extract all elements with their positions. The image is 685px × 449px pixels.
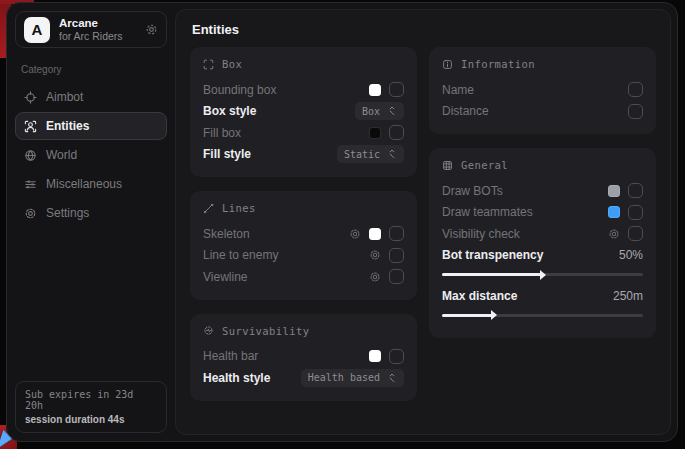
sidebar-item-settings[interactable]: Settings [15, 199, 167, 227]
slash-icon [203, 203, 214, 214]
setting-row: Health styleHealth based [203, 367, 404, 389]
checkbox[interactable] [628, 104, 643, 119]
slider-thumb[interactable] [540, 270, 546, 280]
config-gear-icon[interactable] [608, 228, 620, 240]
sidebar-item-entities[interactable]: Entities [15, 112, 167, 140]
category-label: Category [21, 64, 161, 75]
main-content: Entities BoxBounding boxBox styleBoxFill… [175, 9, 671, 435]
setting-label: Fill style [203, 147, 251, 161]
config-gear-icon[interactable] [369, 249, 381, 261]
checkbox[interactable] [389, 248, 404, 263]
select-value: Health based [308, 372, 380, 383]
setting-label: Fill box [203, 126, 241, 140]
right-column: InformationNameDistanceGeneralDraw BOTsD… [429, 47, 656, 338]
misc-icon [24, 178, 37, 191]
app-logo: A [24, 17, 50, 43]
slider-value: 250m [613, 289, 643, 303]
entities-icon [24, 120, 37, 133]
setting-label: Skeleton [203, 227, 250, 241]
select-value: Static [344, 149, 380, 160]
setting-label: Viewline [203, 270, 247, 284]
info-icon [442, 59, 453, 70]
sidebar-item-world[interactable]: World [15, 141, 167, 169]
sub-expiry-text: Sub expires in 23d 20h [25, 389, 157, 411]
pulse-icon [203, 325, 214, 336]
setting-label: Line to enemy [203, 248, 278, 262]
setting-row: Fill styleStatic [203, 144, 404, 166]
updown-icon [387, 373, 397, 383]
slider-thumb[interactable] [491, 310, 497, 320]
setting-row: Fill box [203, 122, 404, 144]
slider[interactable] [442, 314, 643, 317]
setting-row: Health bar [203, 346, 404, 368]
checkbox[interactable] [389, 349, 404, 364]
setting-row: Box styleBox [203, 101, 404, 123]
checkbox[interactable] [628, 82, 643, 97]
setting-label: Draw BOTs [442, 184, 503, 198]
setting-row: Max distance250m [442, 285, 643, 307]
panel-title: Box [222, 58, 242, 70]
slider-value: 50% [619, 248, 643, 262]
setting-label: Box style [203, 104, 256, 118]
color-swatch[interactable] [369, 84, 381, 96]
sidebar-item-miscellaneous[interactable]: Miscellaneous [15, 170, 167, 198]
setting-row: Bounding box [203, 79, 404, 101]
setting-row: Distance [442, 101, 643, 123]
sidebar-item-label: Miscellaneous [46, 177, 122, 191]
sidebar-item-label: Settings [46, 206, 89, 220]
checkbox[interactable] [389, 226, 404, 241]
left-column: BoxBounding boxBox styleBoxFill boxFill … [190, 47, 417, 401]
color-swatch[interactable] [608, 185, 620, 197]
panel-title: Survivability [222, 325, 309, 337]
updown-icon [387, 106, 397, 116]
setting-row: Draw teammates [442, 202, 643, 224]
sidebar-item-aimbot[interactable]: Aimbot [15, 83, 167, 111]
checkbox[interactable] [389, 125, 404, 140]
setting-label: Health style [203, 371, 270, 385]
panel-title: Lines [222, 202, 256, 214]
config-gear-icon[interactable] [369, 271, 381, 283]
setting-row: Line to enemy [203, 245, 404, 267]
select-value: Box [362, 106, 380, 117]
setting-label: Draw teammates [442, 205, 533, 219]
slider[interactable] [442, 273, 643, 276]
setting-label: Max distance [442, 289, 517, 303]
color-swatch[interactable] [608, 206, 620, 218]
style-select[interactable]: Box [355, 102, 404, 120]
app-subtitle: for Arc Riders [59, 30, 136, 42]
app-logo-card: A Arcane for Arc Riders [15, 11, 167, 48]
setting-row: Draw BOTs [442, 180, 643, 202]
setting-row: Visibility check [442, 223, 643, 245]
sidebar-nav: AimbotEntitiesWorldMiscellaneousSettings [15, 83, 167, 227]
setting-row: Name [442, 79, 643, 101]
color-swatch[interactable] [369, 127, 381, 139]
color-swatch[interactable] [369, 350, 381, 362]
sidebar: A Arcane for Arc Riders Category AimbotE… [7, 3, 175, 441]
checkbox[interactable] [628, 226, 643, 241]
setting-label: Health bar [203, 349, 258, 363]
setting-row: Bot transpenency50% [442, 245, 643, 267]
checkbox[interactable] [628, 205, 643, 220]
subscription-status-card: Sub expires in 23d 20h session duration … [15, 381, 167, 433]
setting-row: Viewline [203, 266, 404, 288]
corners-icon [203, 59, 214, 70]
checkbox[interactable] [389, 269, 404, 284]
panel-information: InformationNameDistance [429, 47, 656, 134]
checkbox[interactable] [628, 183, 643, 198]
setting-label: Distance [442, 104, 489, 118]
panel-title: Information [461, 58, 535, 70]
color-swatch[interactable] [369, 228, 381, 240]
session-duration-text: session duration 44s [25, 414, 157, 425]
settings-gear-icon[interactable] [145, 23, 158, 36]
style-select[interactable]: Static [337, 145, 404, 163]
style-select[interactable]: Health based [301, 369, 404, 387]
gear-icon [24, 207, 37, 220]
sidebar-item-label: World [46, 148, 77, 162]
checkbox[interactable] [389, 82, 404, 97]
panel-survivability: SurvivabilityHealth barHealth styleHealt… [190, 314, 417, 401]
page-title: Entities [192, 22, 654, 37]
setting-row: Skeleton [203, 223, 404, 245]
grid-icon [442, 160, 453, 171]
globe-icon [24, 149, 37, 162]
config-gear-icon[interactable] [349, 228, 361, 240]
